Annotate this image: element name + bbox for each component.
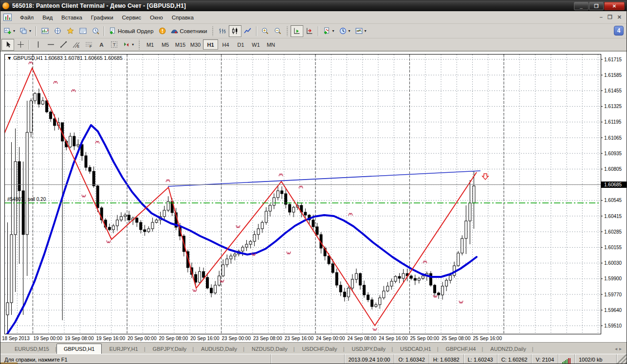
chart-background [0,52,627,343]
menu-item-6[interactable]: Справка [167,13,198,22]
navigator-button[interactable] [64,25,76,37]
chart-canvas[interactable]: #54807sell 0.20▼ GBPUSD,H1 1.60683 1.607… [0,52,627,343]
candles-icon [231,27,239,35]
indicators-button[interactable]: ▾ [321,25,337,37]
fibonacci-button[interactable]: F [82,39,95,51]
toolbar-grip[interactable] [212,26,214,36]
templates-button[interactable]: ▾ [353,25,369,37]
status-help-text: Для справки, нажмите F1 [0,354,271,364]
timeframe-m15-button[interactable]: M15 [173,39,188,50]
svg-text:23 Sep 16:00: 23 Sep 16:00 [285,336,314,341]
periods-button[interactable]: ▾ [337,25,353,37]
status-open: O: 1.60342 [394,354,429,364]
chart-tab-eurjpy-h1[interactable]: EURJPY,H1| [102,344,145,354]
chart-tab-audnzd-daily[interactable]: AUDNZD,Daily| [483,344,533,354]
trendline-button[interactable] [57,39,70,51]
toolbar-grip[interactable] [286,26,289,36]
svg-text:1.60545: 1.60545 [604,198,622,203]
chart-line-button[interactable] [241,25,254,37]
svg-text:19 Sep 00:00: 19 Sep 00:00 [34,336,63,341]
cursor-button[interactable] [1,39,14,51]
menu-item-1[interactable]: Вид [38,13,57,22]
timeframe-d1-button[interactable]: D1 [233,39,248,50]
new-chart-button[interactable]: ▾ [1,25,18,37]
close-button[interactable]: ✕ [604,2,625,10]
timeframe-m5-button[interactable]: M5 [158,39,173,50]
menu-item-0[interactable]: Файл [16,13,38,22]
zoom-in-button[interactable] [259,25,272,37]
toolbar-separator [256,26,257,36]
svg-text:sell 0.20: sell 0.20 [28,197,46,202]
timeframe-h4-button[interactable]: H4 [218,39,233,50]
mdi-minimize-button[interactable]: – [600,14,603,20]
chart-candles-button[interactable] [229,25,241,37]
expert-advisors-button[interactable]: Советники [168,25,209,37]
resize-grip[interactable] [617,354,627,364]
menu-item-4[interactable]: Сервис [118,13,146,22]
chart-tab-gbpchf-h4[interactable]: GBPCHF,H4| [439,344,483,354]
profiles-button[interactable]: ▾ [18,25,34,37]
chart-tab-nzdusd-daily[interactable]: NZDUSD,Daily| [244,344,295,354]
menu-item-3[interactable]: Графики [87,13,118,22]
line-icon [244,27,251,35]
timeframe-h1-button[interactable]: H1 [203,39,218,50]
vertical-line-button[interactable] [32,39,44,51]
app-logo-icon [2,2,9,9]
svg-text:1.59900: 1.59900 [604,276,622,281]
order-new-icon [109,27,116,35]
horizontal-line-button[interactable] [44,39,57,51]
vline-icon [35,41,42,48]
text-label-button[interactable]: T [108,39,120,51]
svg-text:1.61195: 1.61195 [604,119,622,125]
application-window: 565018: Panteon Client Terminal - Демо С… [0,0,627,364]
toolbar-grip[interactable] [138,40,141,50]
mdi-restore-button[interactable]: ❐ [608,14,612,20]
notification-badge[interactable]: 4 [614,26,624,36]
zoom-in-icon [261,27,269,35]
mdi-close-button[interactable]: ✕ [617,14,622,20]
timeframe-m1-button[interactable]: M1 [143,39,158,50]
minimize-button[interactable]: _ [574,2,589,10]
svg-text:20 Sep 00:00: 20 Sep 00:00 [128,336,157,341]
terminal-button[interactable] [76,25,89,37]
cursor-icon [4,41,12,48]
equidistant-channel-button[interactable]: E [70,39,82,51]
zoom-out-button[interactable] [272,25,284,37]
crosshair-button[interactable] [14,39,27,51]
chart-tab-gbpjpy-daily[interactable]: GBPJPY,Daily| [146,344,194,354]
status-volume: V: 2104 [532,354,558,364]
svg-text:1.61585: 1.61585 [604,73,622,78]
chart-tab-gbpusd-h1[interactable]: GBPUSD,H1 [56,344,102,354]
tab-scroll-arrows[interactable]: ◂▸ [615,346,624,351]
chart-tab-eurusd-m15[interactable]: EURUSD,M15| [7,344,56,354]
text-button[interactable]: A [95,39,108,51]
strategy-tester-button[interactable] [89,25,102,37]
chart-tab-usdchf-daily[interactable]: USDCHF,Daily| [295,344,344,354]
menu-item-5[interactable]: Окно [146,13,167,22]
data-window-button[interactable] [51,25,64,37]
chart-tab-usdjpy-daily[interactable]: USDJPY,Daily| [345,344,393,354]
arrows-button[interactable]: ▾ [120,39,136,51]
auto-scroll-button[interactable] [291,25,303,37]
standard-toolbar: 4 ▾▾Новый ОрдерСоветники▾▾▾ [0,24,627,38]
autoscroll-icon [293,27,300,35]
chart-tab-audusd-daily[interactable]: AUDUSD,Daily| [194,344,244,354]
chart-tab-bar: EURUSD,M15|GBPUSD,H1EURJPY,H1|GBPJPY,Dai… [0,342,627,354]
new-order-button[interactable]: Новый Ордер [107,25,156,37]
timeframe-w1-button[interactable]: W1 [248,39,263,50]
timeframe-m30-button[interactable]: M30 [188,39,203,50]
svg-text:1.60935: 1.60935 [604,151,622,156]
menu-item-2[interactable]: Вставка [57,13,87,22]
svg-text:F: F [90,45,92,48]
market-watch-button[interactable] [38,25,51,37]
svg-text:#54807: #54807 [7,197,24,202]
timeframe-mn-button[interactable]: MN [263,39,278,50]
maximize-button[interactable]: ❐ [589,2,604,10]
chart-bars-button[interactable] [216,25,229,37]
metaeditor-button[interactable] [156,25,168,37]
shapes-icon [123,41,130,48]
chart-tab-usdcad-h1[interactable]: USDCAD,H1| [393,344,439,354]
periods-icon [339,27,347,35]
dropdown-arrow-icon: ▾ [29,29,31,33]
chart-shift-button[interactable] [303,25,316,37]
